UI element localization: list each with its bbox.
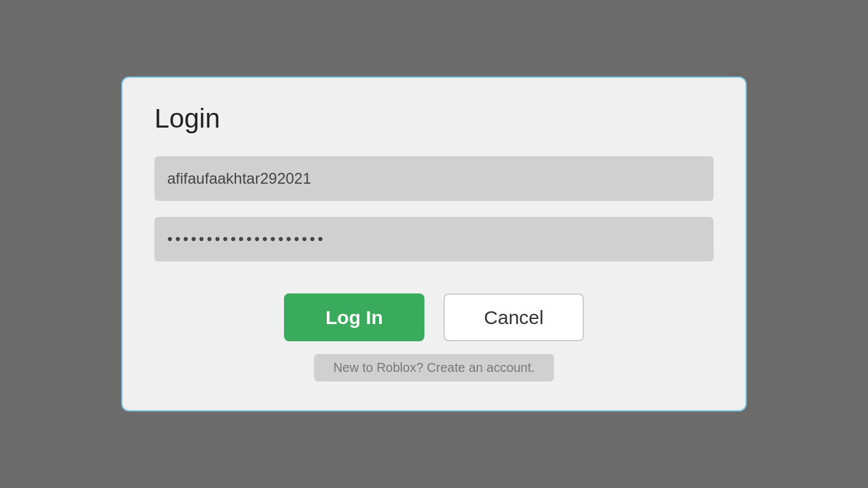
username-input[interactable] — [154, 156, 714, 201]
action-buttons: Log In Cancel — [154, 293, 714, 341]
login-button[interactable]: Log In — [284, 293, 424, 341]
cancel-button[interactable]: Cancel — [444, 293, 584, 341]
create-account-link[interactable]: New to Roblox? Create an account. — [314, 354, 554, 381]
password-input[interactable] — [154, 217, 714, 262]
dialog-title: Login — [154, 103, 714, 134]
login-dialog: Login Log In Cancel New to Roblox? Creat… — [121, 77, 747, 411]
create-account-section: New to Roblox? Create an account. — [154, 354, 714, 381]
